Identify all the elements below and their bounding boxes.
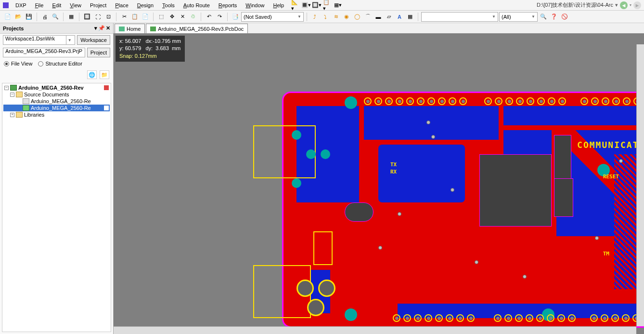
route-multi-icon[interactable]: ≋	[331, 12, 341, 22]
browse-icon[interactable]: 📑	[231, 12, 240, 22]
silk-communication: COMMUNICATION	[577, 140, 644, 150]
projects-panel: Projects ▾ 📌 ✕ Workspace1.DsnWrk ▼ Works…	[0, 23, 114, 334]
via-icon[interactable]: ◉	[342, 12, 351, 22]
pin-icon[interactable]: 📌	[98, 25, 105, 31]
filter-scope-combo[interactable]: (All)▼	[499, 12, 538, 22]
menu-tools[interactable]: Tools	[158, 1, 179, 10]
nav-forward-button[interactable]: ►	[633, 1, 641, 9]
silk-rx: RX	[390, 169, 397, 175]
tab-pcb-document[interactable]: Arduino_MEGA_2560-Rev3.PcbDoc	[146, 24, 248, 33]
poly-icon[interactable]: ▱	[384, 12, 394, 22]
tree-source-documents[interactable]: − Source Documents	[3, 91, 110, 98]
menu-edit[interactable]: Edit	[48, 1, 65, 10]
menu-autoroute[interactable]: Auto Route	[180, 1, 214, 10]
paste-icon[interactable]: 📄	[141, 12, 150, 22]
app-logo-icon	[3, 2, 9, 8]
open-file-icon[interactable]: 📂	[13, 12, 23, 22]
compile-icon[interactable]: ▦	[66, 12, 76, 22]
pad-icon[interactable]: ◯	[352, 12, 362, 22]
toolbar-icon-1[interactable]: 📐▾	[291, 0, 300, 10]
document-tabs: Home Arduino_MEGA_2560-Rev3.PcbDoc	[114, 23, 644, 34]
menu-view[interactable]: View	[66, 1, 85, 10]
string-icon[interactable]: A	[395, 12, 404, 22]
project-file-input[interactable]: Arduino_MEGA_2560-Rev3.PrjP	[3, 48, 85, 57]
route-icon[interactable]: ⤴	[310, 12, 320, 22]
toolbar-icon-4[interactable]: 📋▾	[322, 0, 332, 10]
arc-icon[interactable]: ⌒	[363, 12, 373, 22]
clear-filter-icon[interactable]: 🚫	[560, 12, 569, 22]
tree-pcb-doc[interactable]: Arduino_MEGA_2560-Re	[3, 105, 110, 111]
move-icon[interactable]: ✥	[167, 12, 177, 22]
filter-expr-combo[interactable]: ▼	[421, 12, 498, 22]
project-button[interactable]: Project	[87, 48, 110, 57]
toolbar-icon-5[interactable]: ▦▾	[333, 0, 343, 10]
component-icon[interactable]: ▦	[405, 12, 415, 22]
home-icon	[119, 27, 125, 31]
vertical-scrollbar[interactable]	[636, 44, 644, 326]
menubar: DXP File Edit View Project Place Design …	[0, 0, 644, 11]
project-tree[interactable]: − Arduino_MEGA_2560-Rev − Source Documen…	[2, 83, 111, 332]
tree-schematic-doc[interactable]: Arduino_MEGA_2560-Re	[3, 98, 110, 105]
redo-icon[interactable]: ↷	[215, 12, 224, 22]
projects-panel-title: Projects ▾ 📌 ✕	[0, 23, 113, 34]
new-file-icon[interactable]: 📄	[3, 12, 13, 22]
snapshot-combo[interactable]: (Not Saved)▼	[241, 12, 304, 22]
coordinate-display: x: 56.007 dx:-10.795 mm y: 60.579 dy: 3.…	[116, 36, 185, 62]
pcb-editor-canvas[interactable]: x: 56.007 dx:-10.795 mm y: 60.579 dy: 3.…	[114, 34, 644, 334]
horizontal-scrollbar[interactable]	[114, 326, 636, 334]
zoom-area-icon[interactable]: 🔲	[82, 12, 92, 22]
undo-icon[interactable]: ↶	[204, 12, 214, 22]
zoom-selected-icon[interactable]: ⊡	[103, 12, 113, 22]
file-path: D:\[07]技术创新\设计资源\04-Arc	[537, 1, 613, 9]
helper-icon[interactable]: ❓	[549, 12, 559, 22]
toolbar-icon-3[interactable]: 🔲▾	[312, 0, 322, 10]
zoom-fit-icon[interactable]: ⛶	[93, 12, 103, 22]
tree-project-root[interactable]: − Arduino_MEGA_2560-Rev	[3, 84, 110, 91]
silk-tx: TX	[390, 161, 397, 168]
menu-project[interactable]: Project	[86, 1, 110, 10]
menu-reports[interactable]: Reports	[215, 1, 241, 10]
apply-filter-icon[interactable]: 🔍	[539, 12, 548, 22]
cut-icon[interactable]: ✂	[119, 12, 129, 22]
save-icon[interactable]: 💾	[24, 12, 34, 22]
nav-back-button[interactable]: ◄	[620, 1, 628, 9]
select-icon[interactable]: ⬚	[156, 12, 166, 22]
print-icon[interactable]: 🖨	[40, 12, 50, 22]
preview-icon[interactable]: 🔍	[51, 12, 60, 22]
config-icon[interactable]: 📁	[100, 70, 109, 79]
copy-icon[interactable]: 📋	[130, 12, 140, 22]
tab-home[interactable]: Home	[115, 24, 145, 33]
deselect-icon[interactable]: ✕	[178, 12, 187, 22]
menu-help[interactable]: Help	[269, 1, 288, 10]
close-panel-icon[interactable]: ✕	[106, 25, 110, 31]
route-diff-icon[interactable]: ⤵	[321, 12, 330, 22]
pcb-board: COMMUNICATION RESET TM TX RX 22242628303…	[282, 92, 644, 328]
menu-design[interactable]: Design	[133, 1, 157, 10]
menu-file[interactable]: File	[31, 1, 48, 10]
structure-editor-radio[interactable]: Structure Editor	[38, 61, 82, 67]
tree-libraries[interactable]: + Libraries	[3, 111, 110, 118]
menu-window[interactable]: Window	[242, 1, 268, 10]
autohide-icon[interactable]: ▾	[94, 25, 97, 31]
menu-place[interactable]: Place	[111, 1, 132, 10]
fill-icon[interactable]: ▬	[374, 12, 383, 22]
silk-reset: RESET	[603, 174, 619, 180]
refresh-icon[interactable]: 🌐	[87, 70, 97, 79]
workspace-combo[interactable]: Workspace1.DsnWrk ▼	[3, 35, 75, 45]
silk-tm: TM	[603, 251, 609, 257]
main-toolbar: 📄 📂 💾 🖨 🔍 ▦ 🔲 ⛶ ⊡ ✂ 📋 📄 ⬚ ✥ ✕ ♲ ↶ ↷ 📑 (N…	[0, 11, 644, 23]
menu-dxp[interactable]: DXP	[12, 1, 30, 10]
editor-area: Home Arduino_MEGA_2560-Rev3.PcbDoc x: 56…	[114, 23, 644, 334]
workspace-button[interactable]: Workspace	[77, 35, 110, 45]
toolbar-icon-2[interactable]: 🔳▾	[301, 0, 311, 10]
pcb-doc-icon	[150, 27, 156, 31]
file-view-radio[interactable]: File View	[4, 61, 32, 67]
clear-icon[interactable]: ♲	[188, 12, 198, 22]
